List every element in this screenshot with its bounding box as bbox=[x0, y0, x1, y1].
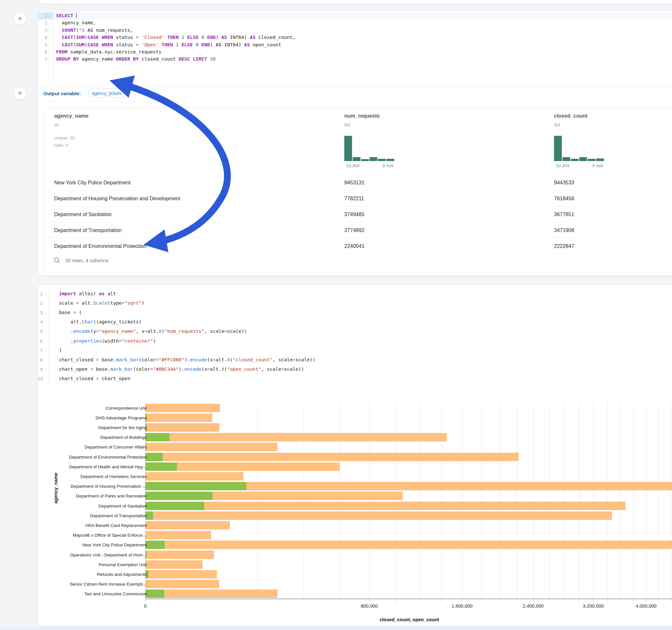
table-row[interactable]: Department of Sanitation37494853677651 bbox=[45, 206, 672, 222]
bar-closed-count[interactable] bbox=[145, 453, 519, 461]
chart-gridline bbox=[419, 403, 420, 599]
line-number: 3⌄ bbox=[38, 310, 43, 315]
python-code-editor[interactable]: 1import altair as alt2scale = alt.Scale(… bbox=[38, 285, 672, 385]
bar-closed-count[interactable] bbox=[145, 502, 626, 510]
search-icon[interactable] bbox=[53, 257, 61, 264]
code-line[interactable]: import altair as alt bbox=[59, 291, 672, 296]
column-name[interactable]: agency_name bbox=[54, 113, 89, 119]
add-cell-button-top[interactable]: + bbox=[14, 12, 27, 25]
sql-code-editor[interactable]: 1⌄SELECT 2 agency_name,3 COUNT(*) AS num… bbox=[38, 11, 672, 86]
chart-gridline bbox=[481, 403, 482, 599]
bar-closed-count[interactable] bbox=[145, 560, 202, 569]
code-line[interactable]: agency_name, bbox=[56, 20, 672, 25]
code-line[interactable]: scale = alt.Scale(type="sqrt") bbox=[59, 300, 672, 306]
column-name[interactable]: closed_count bbox=[554, 113, 587, 119]
x-axis-tick-label: 800,000 bbox=[361, 603, 378, 609]
code-line[interactable]: .encode(y="agency_name", x=alt.X("num_re… bbox=[59, 328, 672, 334]
bar-closed-count[interactable] bbox=[145, 580, 219, 588]
table-row[interactable]: Department of Environmental Protection22… bbox=[45, 238, 672, 254]
altair-chart: Correspondence Unit DHS Advantage Progra… bbox=[38, 389, 672, 622]
code-line[interactable]: .properties(width="container") bbox=[59, 338, 672, 343]
bar-closed-count[interactable] bbox=[145, 423, 219, 432]
bar-open-count[interactable] bbox=[145, 589, 164, 598]
table-cell: 9443533 bbox=[554, 175, 574, 191]
x-axis-tick-label: 1,600,000 bbox=[452, 603, 473, 609]
y-axis-tick bbox=[143, 486, 145, 486]
table-row[interactable]: Department of Housing Preservation and D… bbox=[45, 190, 672, 207]
table-cell: 3471908 bbox=[554, 222, 574, 238]
chart-gridline bbox=[339, 403, 340, 599]
code-line[interactable]: chart_closed + chart_open bbox=[59, 375, 672, 381]
cell-divider bbox=[38, 86, 672, 86]
table-row[interactable]: New York City Police Department945313194… bbox=[45, 174, 672, 191]
page-bottom-strip bbox=[0, 627, 672, 630]
sql-cell-card: 1⌄SELECT 2 agency_name,3 COUNT(*) AS num… bbox=[37, 11, 672, 275]
bar-open-count[interactable] bbox=[145, 462, 177, 471]
bar-open-count[interactable] bbox=[145, 492, 213, 500]
previous-cell-fragment bbox=[38, 0, 672, 4]
x-axis-tick bbox=[565, 599, 565, 601]
line-number: 2 bbox=[38, 20, 47, 26]
code-line[interactable]: FROM sample_data.nyc.service_requests bbox=[56, 49, 672, 54]
code-line[interactable]: SELECT bbox=[56, 13, 672, 18]
y-axis-label: Department of Consumer Affairs bbox=[84, 445, 147, 450]
notebook-page: + + 1⌄SELECT 2 agency_name,3 COUNT(*) AS… bbox=[0, 0, 672, 630]
histogram-bar bbox=[588, 159, 596, 161]
bar-closed-count[interactable] bbox=[145, 521, 230, 530]
x-axis-tick bbox=[646, 599, 646, 601]
collapse-chevron-icon[interactable]: ⌄ bbox=[44, 311, 46, 315]
bar-closed-count[interactable] bbox=[145, 570, 217, 579]
bar-closed-count[interactable] bbox=[145, 589, 278, 598]
y-axis-label: Department for the Aging bbox=[98, 425, 147, 430]
bar-open-count[interactable] bbox=[145, 540, 165, 549]
code-line[interactable]: base = ( bbox=[59, 310, 672, 315]
y-axis-tick bbox=[143, 545, 145, 545]
line-number: 1⌄ bbox=[38, 13, 47, 19]
collapse-chevron-icon[interactable]: ⌄ bbox=[48, 14, 51, 18]
bar-open-count[interactable] bbox=[145, 453, 163, 461]
bar-open-count[interactable] bbox=[145, 502, 204, 510]
x-axis-tick bbox=[633, 599, 634, 601]
column-meta: unique: 20nulls: 0 bbox=[54, 134, 75, 149]
code-line[interactable]: alt.Chart(agency_tickets) bbox=[59, 319, 672, 324]
code-line[interactable]: COUNT(*) AS num_requests, bbox=[56, 27, 672, 33]
column-name[interactable]: num_requests bbox=[344, 113, 380, 119]
y-axis-tick bbox=[143, 594, 145, 594]
bar-closed-count[interactable] bbox=[145, 433, 447, 441]
x-axis-tick bbox=[257, 599, 258, 601]
bar-closed-count[interactable] bbox=[145, 540, 672, 549]
chart-gridline bbox=[304, 403, 304, 599]
chart-gridline bbox=[500, 403, 500, 599]
line-number: 9 bbox=[38, 367, 43, 372]
line-number: 10 bbox=[38, 376, 43, 382]
y-axis-tick bbox=[143, 525, 145, 526]
code-line[interactable]: CAST(SUM(CASE WHEN status = 'Open' THEN … bbox=[56, 42, 672, 47]
table-row[interactable]: Department of Transportation377489234719… bbox=[45, 222, 672, 238]
code-line[interactable]: GROUP BY agency_name ORDER BY closed_cou… bbox=[56, 56, 672, 62]
chart-gridline bbox=[533, 403, 534, 599]
chart-gridline bbox=[658, 403, 659, 599]
bar-open-count[interactable] bbox=[145, 482, 246, 490]
hist-max-label: 9.5e6 bbox=[383, 163, 393, 168]
bar-closed-count[interactable] bbox=[145, 531, 211, 539]
code-line[interactable]: ) bbox=[59, 347, 672, 353]
y-axis-label: Department of Homeless Services bbox=[80, 474, 147, 479]
code-line[interactable]: chart_open = base.mark_bar(color="#8BC34… bbox=[59, 366, 672, 372]
output-variable-pill[interactable]: agency_tickets bbox=[89, 89, 127, 98]
line-number: 4 bbox=[38, 35, 47, 40]
bar-closed-count[interactable] bbox=[145, 404, 220, 412]
bar-closed-count[interactable] bbox=[145, 551, 214, 559]
column-type: i64 bbox=[554, 122, 560, 127]
code-line[interactable]: CAST(SUM(CASE WHEN status = 'Closed' THE… bbox=[56, 34, 672, 40]
bar-closed-count[interactable] bbox=[145, 472, 243, 481]
histogram-bar bbox=[353, 157, 360, 161]
bar-closed-count[interactable] bbox=[145, 511, 612, 520]
add-cell-button-output[interactable]: + bbox=[14, 87, 27, 100]
bar-closed-count[interactable] bbox=[145, 413, 212, 422]
histogram-bar bbox=[386, 159, 394, 161]
bar-closed-count[interactable] bbox=[145, 443, 278, 451]
x-axis-title: closed_count, open_count bbox=[380, 617, 439, 622]
y-axis-tick bbox=[143, 457, 145, 457]
bar-open-count[interactable] bbox=[145, 433, 170, 441]
code-line[interactable]: chart_closed = base.mark_bar(color="#FFC… bbox=[59, 357, 672, 362]
